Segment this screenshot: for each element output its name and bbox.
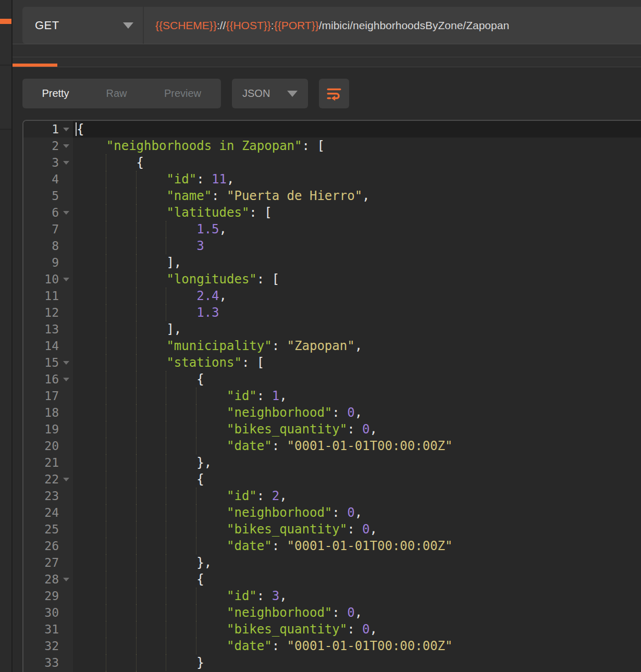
indent-guide xyxy=(196,404,196,421)
json-punctuation: , xyxy=(355,339,362,353)
indent-guide xyxy=(166,371,166,388)
fold-chevron-icon[interactable] xyxy=(63,161,69,165)
json-punctuation: : [ xyxy=(242,355,264,370)
indent-guide xyxy=(136,354,137,371)
fold-chevron-icon[interactable] xyxy=(63,144,69,148)
json-key: "bikes_quantity" xyxy=(227,422,347,437)
json-punctuation: , xyxy=(219,222,227,237)
json-number: 3 xyxy=(272,589,279,603)
code-text: { xyxy=(73,121,641,138)
code-line: 33 } xyxy=(23,654,641,671)
format-dropdown[interactable]: JSON xyxy=(232,79,308,108)
json-number: 1.5 xyxy=(196,222,219,237)
wrap-text-button[interactable] xyxy=(319,79,349,108)
indent-guide xyxy=(196,521,196,538)
line-number: 15 xyxy=(23,354,73,371)
indent-guide xyxy=(166,621,166,638)
indent-guide xyxy=(106,454,106,471)
line-number: 28 xyxy=(23,571,73,588)
code-line: 20 "date": "0001-01-01T00:00:00Z" xyxy=(23,438,641,454)
method-select[interactable]: GET xyxy=(22,7,143,44)
indent-guide xyxy=(166,488,166,504)
json-punctuation: , xyxy=(279,589,287,603)
json-punctuation: { xyxy=(77,122,84,136)
indent-guide xyxy=(106,354,106,371)
indent-guide xyxy=(196,604,196,621)
url-input[interactable]: {{SCHEME}}://{{HOST}}:{{PORT}}/mibici/ne… xyxy=(144,7,641,44)
code-line: 21 }, xyxy=(23,454,641,471)
code-line: 30 "neighborhood": 0, xyxy=(23,604,641,621)
view-mode-switch: Pretty Raw Preview xyxy=(22,79,221,108)
indent-guide xyxy=(106,588,106,604)
code-line: 6 "latitudes": [ xyxy=(23,204,641,221)
json-punctuation: : xyxy=(272,539,287,553)
indent-guide xyxy=(136,404,137,421)
json-key: "neighborhood" xyxy=(227,405,332,420)
line-number: 4 xyxy=(23,171,73,188)
indent-guide xyxy=(166,554,166,571)
code-lines: 1{2 "neighborhoods in Zapopan": [3 {4 "i… xyxy=(23,121,641,672)
chevron-down-icon xyxy=(123,22,133,29)
indent-guide xyxy=(136,221,137,238)
indent-guide xyxy=(196,588,196,604)
json-punctuation: , xyxy=(370,622,377,637)
json-punctuation: : xyxy=(347,622,362,637)
indent-guide xyxy=(136,538,137,554)
json-punctuation: : xyxy=(272,639,287,653)
code-text: "id": 11, xyxy=(73,171,641,188)
json-key: "neighborhoods in Zapopan" xyxy=(106,139,302,153)
indent-guide xyxy=(166,288,166,304)
line-number: 20 xyxy=(23,438,73,454)
json-punctuation: : xyxy=(347,522,362,537)
fold-chevron-icon[interactable] xyxy=(63,128,69,131)
indent-guide xyxy=(136,638,137,654)
fold-chevron-icon[interactable] xyxy=(63,578,69,581)
code-text: "latitudes": [ xyxy=(73,204,641,221)
indent-guide xyxy=(196,438,196,454)
json-punctuation: { xyxy=(196,572,204,587)
indent-guide xyxy=(166,421,166,438)
json-punctuation: { xyxy=(196,472,204,487)
indent-guide xyxy=(166,304,166,321)
indent-guide xyxy=(166,238,166,254)
code-line: 3 { xyxy=(23,154,641,171)
tab-pretty[interactable]: Pretty xyxy=(22,79,89,108)
indent-guide xyxy=(106,638,106,654)
json-punctuation: : xyxy=(196,172,212,186)
url-text: :// xyxy=(217,19,226,32)
fold-chevron-icon[interactable] xyxy=(63,211,69,215)
indent-guide xyxy=(166,388,166,404)
fold-chevron-icon[interactable] xyxy=(63,478,69,481)
indent-guide xyxy=(166,504,166,521)
code-line: 26 "date": "0001-01-01T00:00:00Z" xyxy=(23,538,641,554)
indent-guide xyxy=(106,238,106,254)
json-key: "date" xyxy=(227,439,272,453)
fold-chevron-icon[interactable] xyxy=(63,278,69,281)
format-dropdown-label: JSON xyxy=(242,88,270,99)
json-punctuation: }, xyxy=(196,455,212,470)
code-text: "id": 1, xyxy=(73,388,641,404)
code-text: }, xyxy=(73,454,641,471)
line-number: 17 xyxy=(23,388,73,404)
json-number: 2.4 xyxy=(196,289,219,303)
fold-chevron-icon[interactable] xyxy=(63,378,69,381)
code-text: { xyxy=(73,571,641,588)
code-line: 19 "bikes_quantity": 0, xyxy=(23,421,641,438)
code-text: ], xyxy=(73,321,641,338)
tab-raw[interactable]: Raw xyxy=(89,79,144,108)
indent-guide xyxy=(136,321,137,338)
json-key: "municipality" xyxy=(166,339,272,353)
json-punctuation: , xyxy=(279,489,287,503)
code-text: "neighborhoods in Zapopan": [ xyxy=(73,138,641,154)
indent-guide xyxy=(136,521,137,538)
tab-preview[interactable]: Preview xyxy=(144,79,221,108)
indent-guide xyxy=(136,604,137,621)
code-text: "date": "0001-01-01T00:00:00Z" xyxy=(73,438,641,454)
line-number: 19 xyxy=(23,421,73,438)
json-punctuation: : xyxy=(272,439,287,453)
fold-chevron-icon[interactable] xyxy=(63,361,69,365)
response-body-viewer[interactable]: 1{2 "neighborhoods in Zapopan": [3 {4 "i… xyxy=(22,120,641,672)
indent-guide xyxy=(106,221,106,238)
code-text: 3 xyxy=(73,238,641,254)
indent-guide xyxy=(106,554,106,571)
